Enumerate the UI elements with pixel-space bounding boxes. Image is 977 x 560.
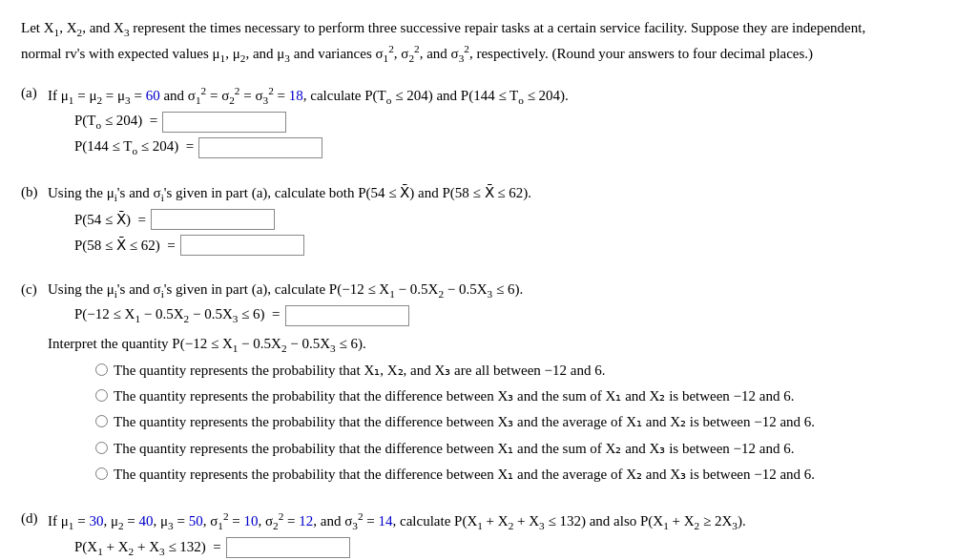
part-a-letter: (a) bbox=[21, 85, 48, 101]
part-c-option5-text: The quantity represents the probability … bbox=[114, 464, 815, 486]
part-c-option4-text: The quantity represents the probability … bbox=[114, 438, 794, 460]
part-c-option1: The quantity represents the probability … bbox=[95, 360, 956, 382]
part-c-prob-row: P(−12 ≤ X1 − 0.5X2 − 0.5X3 ≤ 6) = bbox=[74, 305, 956, 326]
part-d-letter: (d) bbox=[21, 510, 48, 527]
part-d-question: If μ1 = 30, μ2 = 40, μ3 = 50, σ12 = 10, … bbox=[48, 510, 956, 531]
part-a-row1: P(To ≤ 204) = bbox=[74, 112, 956, 133]
part-c: (c) Using the μi's and σi's given in par… bbox=[21, 281, 956, 489]
part-c-option3-text: The quantity represents the probability … bbox=[114, 411, 815, 433]
part-d-row1: P(X1 + X2 + X3 ≤ 132) = bbox=[74, 537, 956, 558]
part-a-row1-label: P(To ≤ 204) = bbox=[74, 113, 157, 131]
part-c-option3: The quantity represents the probability … bbox=[95, 411, 956, 433]
part-b-row1: P(54 ≤ X̄) = bbox=[74, 209, 956, 230]
part-d-input1[interactable] bbox=[226, 537, 350, 558]
part-c-option2: The quantity represents the probability … bbox=[95, 385, 956, 407]
part-a-row2: P(144 ≤ To ≤ 204) = bbox=[74, 137, 956, 158]
part-b-letter: (b) bbox=[21, 184, 48, 200]
part-b-row2-label: P(58 ≤ X̄ ≤ 62) = bbox=[74, 237, 176, 254]
part-c-option4: The quantity represents the probability … bbox=[95, 438, 956, 460]
part-c-input[interactable] bbox=[285, 305, 409, 326]
part-d: (d) If μ1 = 30, μ2 = 40, μ3 = 50, σ12 = … bbox=[21, 510, 956, 560]
part-c-question: Using the μi's and σi's given in part (a… bbox=[48, 281, 956, 300]
part-c-letter: (c) bbox=[21, 281, 48, 298]
part-a: (a) If μ1 = μ2 = μ3 = 60 and σ12 = σ22 =… bbox=[21, 85, 956, 163]
part-c-radio1[interactable] bbox=[95, 363, 108, 376]
part-b-row2: P(58 ≤ X̄ ≤ 62) = bbox=[74, 235, 956, 256]
part-c-radio5[interactable] bbox=[95, 467, 108, 480]
part-c-option2-text: The quantity represents the probability … bbox=[114, 385, 794, 407]
part-b-question: Using the μi's and σi's given in part (a… bbox=[48, 184, 956, 203]
part-b-input1[interactable] bbox=[151, 209, 275, 230]
part-b: (b) Using the μi's and σi's given in par… bbox=[21, 184, 956, 260]
part-a-row2-label: P(144 ≤ To ≤ 204) = bbox=[74, 138, 194, 156]
part-c-prob-label: P(−12 ≤ X1 − 0.5X2 − 0.5X3 ≤ 6) = bbox=[74, 306, 281, 324]
part-a-input1[interactable] bbox=[162, 112, 286, 133]
part-c-option5: The quantity represents the probability … bbox=[95, 464, 956, 486]
part-c-radio3[interactable] bbox=[95, 415, 108, 427]
part-a-input2[interactable] bbox=[198, 137, 322, 158]
part-b-row1-label: P(54 ≤ X̄) = bbox=[74, 211, 146, 228]
part-b-input2[interactable] bbox=[180, 235, 304, 256]
part-a-question: If μ1 = μ2 = μ3 = 60 and σ12 = σ22 = σ32… bbox=[48, 85, 956, 106]
part-c-radio2[interactable] bbox=[95, 389, 108, 402]
part-c-radio4[interactable] bbox=[95, 442, 108, 454]
part-c-option1-text: The quantity represents the probability … bbox=[114, 360, 605, 382]
intro-text: Let X1, X2, and X3 represent the times n… bbox=[21, 17, 956, 68]
part-d-row1-label: P(X1 + X2 + X3 ≤ 132) = bbox=[74, 539, 221, 557]
part-c-interpret-label: Interpret the quantity P(−12 ≤ X1 − 0.5X… bbox=[48, 336, 956, 354]
